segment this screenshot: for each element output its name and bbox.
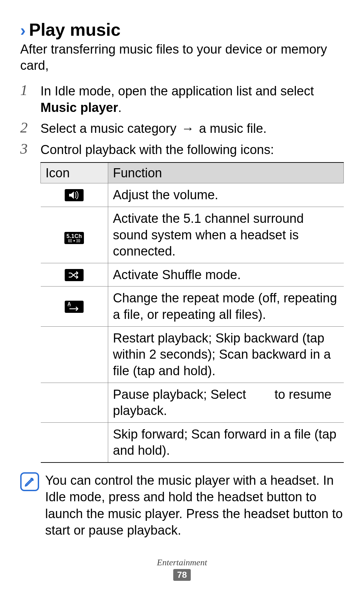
icon-function-table: Icon Function Adjust the volume. xyxy=(40,162,344,463)
arrow-right-icon: → xyxy=(180,120,195,137)
bold-app-name: Music player xyxy=(40,100,118,115)
table-row: 5.1Ch ((( ● ))) Activate the 5.1 channel… xyxy=(41,207,344,263)
icon-label-top: 5.1Ch xyxy=(66,234,82,239)
heading-title: Play music xyxy=(29,20,121,39)
table-row: A Change the repeat mode (off, repeating… xyxy=(41,287,344,326)
section-heading: › Play music xyxy=(20,20,344,39)
header-icon: Icon xyxy=(41,162,108,183)
step-number: 1 xyxy=(20,83,32,116)
icon-cell xyxy=(41,422,108,462)
text-span: a music file. xyxy=(195,121,267,136)
icon-cell: 5.1Ch ((( ● ))) xyxy=(41,207,108,263)
text-span: Select a music category xyxy=(40,121,180,136)
repeat-mode-icon: A xyxy=(65,301,84,313)
icon-label-bottom: ((( ● ))) xyxy=(68,239,80,242)
table-row: Activate Shuffle mode. xyxy=(41,263,344,287)
volume-icon xyxy=(65,189,84,201)
step-number: 3 xyxy=(20,142,32,463)
table-row: Adjust the volume. xyxy=(41,183,344,207)
icon-cell xyxy=(41,326,108,383)
step-text: In Idle mode, open the application list … xyxy=(40,83,344,116)
header-function: Function xyxy=(108,162,344,183)
function-cell: Change the repeat mode (off, repeating a… xyxy=(108,287,344,326)
table-row: Restart playback; Skip backward (tap wit… xyxy=(41,326,344,383)
icon-letter-a: A xyxy=(67,301,71,306)
text-span: Pause playback; Select xyxy=(113,387,250,401)
step-text: Select a music category → a music file. xyxy=(40,120,344,137)
table-header-row: Icon Function xyxy=(41,162,344,183)
manual-page: › Play music After transferring music fi… xyxy=(0,0,364,597)
shuffle-icon xyxy=(65,269,84,281)
note-block: You can control the music player with a … xyxy=(20,472,344,539)
page-footer: Entertainment 78 xyxy=(0,558,364,581)
step-number: 2 xyxy=(20,120,32,137)
function-cell: Activate the 5.1 channel surround sound … xyxy=(108,207,344,263)
step-3: 3 Control playback with the following ic… xyxy=(20,142,344,463)
function-cell: Skip forward; Scan forward in a file (ta… xyxy=(108,422,344,462)
function-cell: Restart playback; Skip backward (tap wit… xyxy=(108,326,344,383)
footer-page-number: 78 xyxy=(173,569,191,581)
function-cell: Adjust the volume. xyxy=(108,183,344,207)
steps-list: 1 In Idle mode, open the application lis… xyxy=(20,83,344,463)
footer-category: Entertainment xyxy=(0,558,364,568)
table-row: Skip forward; Scan forward in a file (ta… xyxy=(41,422,344,462)
function-cell: Pause playback; Select to resume playbac… xyxy=(108,383,344,422)
icon-cell xyxy=(41,383,108,422)
surround-51-icon: 5.1Ch ((( ● ))) xyxy=(64,232,84,244)
icon-cell xyxy=(41,263,108,287)
step-1: 1 In Idle mode, open the application lis… xyxy=(20,83,344,116)
function-cell: Activate Shuffle mode. xyxy=(108,263,344,287)
icon-cell xyxy=(41,183,108,207)
text-span: Control playback with the following icon… xyxy=(40,143,274,157)
text-span: . xyxy=(118,100,122,115)
chevron-right-icon: › xyxy=(20,22,26,38)
note-pencil-icon xyxy=(20,472,39,491)
table-row: Pause playback; Select to resume playbac… xyxy=(41,383,344,422)
icon-cell: A xyxy=(41,287,108,326)
intro-text: After transferring music files to your d… xyxy=(20,41,344,73)
note-text: You can control the music player with a … xyxy=(45,472,344,539)
step-2: 2 Select a music category → a music file… xyxy=(20,120,344,137)
step-text: Control playback with the following icon… xyxy=(40,142,344,463)
text-span: In Idle mode, open the application list … xyxy=(40,84,314,98)
